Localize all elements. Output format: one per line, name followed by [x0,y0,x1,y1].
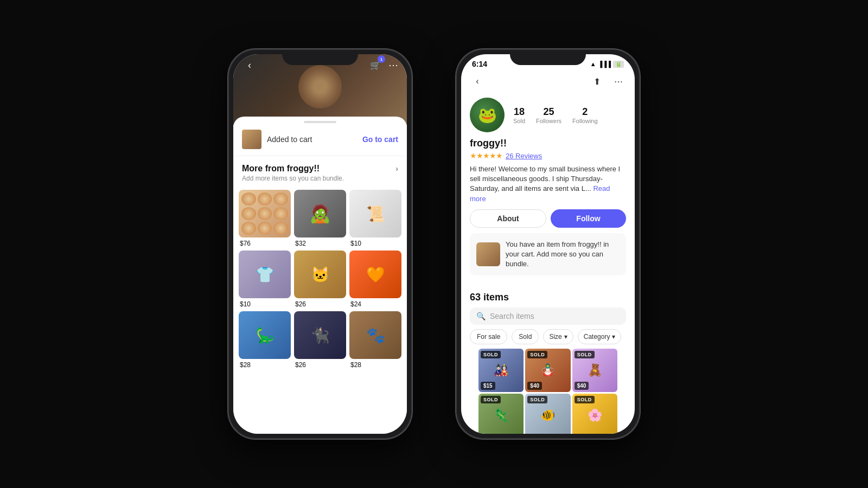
section-header: More from froggy!! › Add more items so y… [233,156,407,184]
sold-badge: SOLD [481,351,501,358]
category-dropdown[interactable]: Category ▾ [578,329,622,344]
stat-following: 2 Following [572,106,597,124]
price-badge: $40 [575,382,589,390]
list-item[interactable]: 📜 $10 [349,190,401,247]
battery-icon: 🔋 [613,61,624,68]
profile-name: froggy!! [470,138,626,149]
share-icon[interactable]: ⬆ [589,74,604,89]
item-price: $32 [294,240,346,247]
category-label: Category [584,333,610,341]
section-subtitle: Add more items so you can bundle. [242,175,398,182]
bio-text: Hi there! Welcome to my small business w… [470,164,626,204]
list-item[interactable]: 🌸 SOLD [572,394,617,434]
list-item[interactable]: 👕 $10 [239,251,291,308]
sold-badge: SOLD [527,351,547,358]
cart-badge: 1 [378,55,385,63]
list-item[interactable]: 🐱 $26 [294,251,346,308]
back-button[interactable]: ‹ [470,74,485,89]
list-item[interactable]: 🐈‍⬛ $26 [294,311,346,369]
list-item[interactable]: 🦎 SOLD [478,394,524,434]
list-item[interactable]: 🧸 SOLD $40 [572,349,617,392]
chevron-down-icon-2: ▾ [612,333,615,341]
cart-icon[interactable]: 🛒 1 [368,57,383,73]
stat-sold: 18 Sold [513,106,525,124]
cart-item-thumbnail [242,130,261,149]
phone1-content: Added to cart Go to cart More from frogg… [233,117,407,434]
wifi-icon: ▲ [590,61,596,67]
search-bar[interactable]: 🔍 Search items [470,307,626,325]
volume-up-btn [228,137,229,158]
list-item[interactable]: $76 [239,190,291,247]
list-item[interactable]: 🎎 SOLD $15 [478,349,524,392]
list-item[interactable]: 🪆 SOLD $40 [525,349,570,392]
item-image: 👕 [239,251,291,298]
reviews-link[interactable]: 26 Reviews [506,152,542,160]
sold-badge: SOLD [527,396,547,403]
signal-icon: ▐▐▐ [598,61,611,67]
cart-notice-banner: You have an item from froggy!! in your c… [470,233,626,276]
list-item[interactable]: 🧟 $32 [294,190,346,247]
items-section: 63 items 🔍 Search items For sale Sold Si… [461,286,635,434]
more-from-label: More from froggy!! [242,164,320,174]
item-image: 🦕 [239,311,291,359]
sold-label: Sold [513,118,525,124]
added-to-cart-bar: Added to cart Go to cart [233,123,407,156]
followers-label: Followers [536,118,561,124]
about-button[interactable]: About [470,209,546,228]
item-price: $28 [349,361,401,369]
star-rating: ★★★★★ [470,151,502,160]
profile-section: 18 Sold 25 Followers 2 Following froggy!… [461,93,635,286]
item-price: $26 [294,361,346,369]
search-icon: 🔍 [476,312,486,320]
go-to-cart-button[interactable]: Go to cart [362,135,398,144]
item-price: $10 [239,300,291,308]
size-label: Size [549,333,561,341]
products-grid: 🎎 SOLD $15 🪆 SOLD $40 🧸 SOLD $40 🦎 SOLD [470,349,626,434]
items-count: 63 items [470,292,626,303]
more-menu-icon[interactable]: ⋯ [388,59,398,71]
list-item[interactable]: 🐾 $28 [349,311,401,369]
phone2-screen: 6:14 ▲ ▐▐▐ 🔋 ‹ ⬆ ⋯ 18 Sold [461,54,635,434]
size-dropdown[interactable]: Size ▾ [543,329,573,344]
top-icons: 🛒 1 ⋯ [368,57,398,73]
volume-down-btn-2 [456,164,457,185]
item-image [239,190,291,237]
profile-stats: 18 Sold 25 Followers 2 Following [513,106,598,124]
more-icon[interactable]: ⋯ [611,74,626,89]
item-price: $26 [294,300,346,308]
profile-header: ‹ ⬆ ⋯ [461,70,635,93]
price-badge: $15 [481,382,495,390]
header-right-icons: ⬆ ⋯ [589,74,626,89]
chevron-right-icon: › [395,164,398,173]
sold-badge: SOLD [575,396,595,403]
cart-notice-text: You have an item from froggy!! in your c… [506,240,620,269]
item-image: 🧡 [349,251,401,298]
search-input[interactable]: Search items [490,312,620,320]
volume-up-btn-2 [456,137,457,158]
followers-count: 25 [536,106,561,118]
filter-row: For sale Sold Size ▾ Category ▾ [470,329,626,344]
for-sale-filter[interactable]: For sale [470,329,507,344]
chevron-down-icon: ▾ [564,333,567,341]
about-follow-row: About Follow [470,209,626,228]
follow-button[interactable]: Follow [551,209,626,228]
items-grid: $76 🧟 $32 📜 $10 👕 [233,184,407,374]
list-item[interactable]: 🧡 $24 [349,251,401,308]
cart-item-info: Added to cart [242,130,312,149]
sold-badge: SOLD [481,396,501,403]
item-price: $76 [239,240,291,247]
item-price: $28 [239,361,291,369]
phone-2: 6:14 ▲ ▐▐▐ 🔋 ‹ ⬆ ⋯ 18 Sold [456,49,640,439]
stat-followers: 25 Followers [536,106,561,124]
sold-filter[interactable]: Sold [512,329,539,344]
following-count: 2 [572,106,597,118]
item-image: 🐈‍⬛ [294,311,346,359]
list-item[interactable]: 🦕 $28 [239,311,291,369]
cart-notice-image [476,242,500,266]
list-item[interactable]: 🐠 SOLD [525,394,570,434]
phone1-screen: ‹ 🛒 1 ⋯ Added to cart Go to cart [233,54,407,434]
phone-1: ‹ 🛒 1 ⋯ Added to cart Go to cart [228,49,412,439]
status-time: 6:14 [472,60,487,68]
status-icons: ▲ ▐▐▐ 🔋 [590,61,624,68]
back-button[interactable]: ‹ [242,57,257,73]
